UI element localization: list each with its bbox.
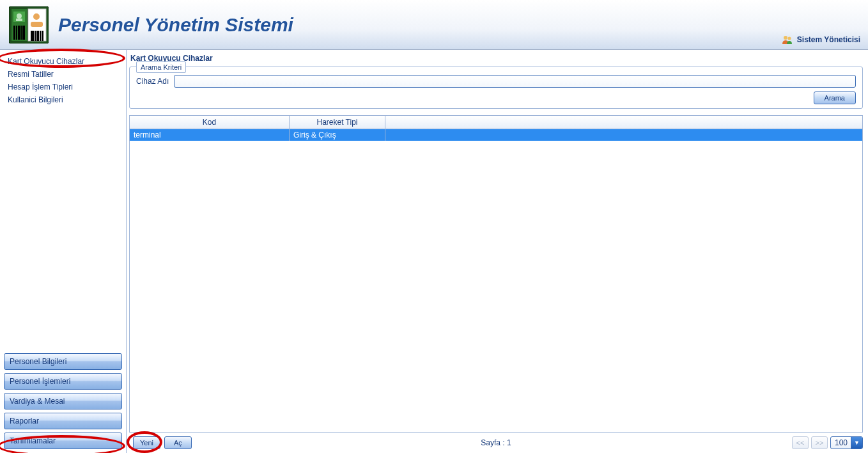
accordion-tanimlamalar[interactable]: Tanımlamalar bbox=[4, 433, 122, 449]
user-info[interactable]: Sistem Yöneticisi bbox=[782, 34, 860, 45]
new-button[interactable]: Yeni bbox=[133, 436, 160, 449]
svg-point-19 bbox=[787, 37, 791, 40]
svg-point-18 bbox=[784, 36, 787, 40]
accordion-raporlar[interactable]: Raporlar bbox=[4, 413, 122, 429]
app-header: Personel Yönetim Sistemi Sistem Yönetici… bbox=[0, 0, 868, 50]
svg-point-11 bbox=[33, 13, 40, 20]
sidebar-accordion: Personel Bilgileri Personel İşlemleri Va… bbox=[3, 352, 123, 450]
open-button[interactable]: Aç bbox=[164, 436, 192, 449]
sidebar-menu: Kart Okuyucu Cihazlar Resmi Tatiller Hes… bbox=[3, 52, 123, 352]
col-rest bbox=[385, 116, 862, 129]
svg-rect-4 bbox=[16, 19, 22, 21]
table-body[interactable]: terminal Giriş & Çıkış bbox=[130, 129, 862, 432]
svg-rect-5 bbox=[13, 26, 15, 40]
menu-item-kullanici[interactable]: Kullanici Bilgileri bbox=[6, 93, 120, 106]
search-legend: Arama Kriteri bbox=[136, 61, 186, 73]
menu-item-kart-okuyucu[interactable]: Kart Okuyucu Cihazlar bbox=[6, 55, 120, 68]
page-title: Kart Okuyucu Cihazlar bbox=[129, 54, 863, 63]
menu-item-hesap-islem[interactable]: Hesap İşlem Tipleri bbox=[6, 81, 120, 93]
device-name-input[interactable] bbox=[174, 75, 856, 88]
user-role-label: Sistem Yöneticisi bbox=[797, 35, 860, 44]
svg-rect-14 bbox=[35, 31, 36, 41]
svg-point-3 bbox=[17, 13, 22, 19]
app-title: Personel Yönetim Sistemi bbox=[58, 14, 293, 36]
page-indicator: Sayfa : 1 bbox=[481, 438, 511, 447]
pagesize-value: 100 bbox=[835, 438, 848, 447]
app-logo-icon bbox=[9, 6, 49, 44]
table-header: Kod Hareket Tipi bbox=[130, 116, 862, 129]
svg-rect-15 bbox=[36, 31, 39, 41]
svg-rect-17 bbox=[42, 31, 43, 41]
accordion-personel-islemleri[interactable]: Personel İşlemleri bbox=[4, 373, 122, 390]
col-tip[interactable]: Hareket Tipi bbox=[290, 116, 385, 129]
svg-rect-12 bbox=[31, 22, 43, 27]
sidebar: Kart Okuyucu Cihazlar Resmi Tatiller Hes… bbox=[0, 50, 127, 453]
results-table: Kod Hareket Tipi terminal Giriş & Çıkış bbox=[129, 115, 863, 433]
svg-rect-6 bbox=[16, 26, 17, 40]
cell-kod: terminal bbox=[130, 129, 290, 141]
svg-rect-9 bbox=[22, 26, 25, 40]
cell-tip: Giriş & Çıkış bbox=[290, 129, 385, 141]
prev-page-button[interactable]: << bbox=[792, 436, 809, 449]
user-icon bbox=[782, 34, 793, 45]
col-kod[interactable]: Kod bbox=[130, 116, 290, 129]
svg-rect-8 bbox=[20, 26, 22, 40]
svg-rect-7 bbox=[18, 26, 20, 40]
content-area: Kart Okuyucu Cihazlar Arama Kriteri Ciha… bbox=[127, 50, 868, 453]
device-name-label: Cihaz Adı bbox=[136, 77, 169, 86]
pagesize-select[interactable]: 100 ▼ bbox=[830, 436, 863, 449]
accordion-vardiya-mesai[interactable]: Vardiya & Mesai bbox=[4, 393, 122, 409]
svg-rect-13 bbox=[31, 31, 34, 41]
search-panel: Arama Kriteri Cihaz Adı Arama bbox=[129, 67, 863, 109]
chevron-down-icon: ▼ bbox=[851, 437, 862, 449]
table-row[interactable]: terminal Giriş & Çıkış bbox=[130, 129, 862, 141]
search-button[interactable]: Arama bbox=[814, 91, 856, 104]
table-footer: Yeni Aç Sayfa : 1 << >> 100 ▼ bbox=[129, 433, 863, 450]
svg-rect-16 bbox=[40, 31, 41, 41]
accordion-personel-bilgileri[interactable]: Personel Bilgileri bbox=[4, 353, 122, 370]
menu-item-resmi-tatiller[interactable]: Resmi Tatiller bbox=[6, 68, 120, 81]
next-page-button[interactable]: >> bbox=[811, 436, 828, 449]
